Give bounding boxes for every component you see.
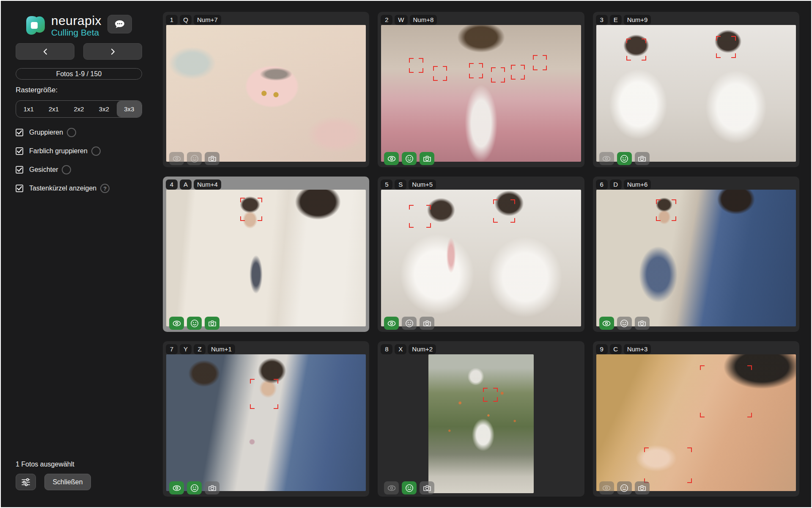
checkbox[interactable] (16, 166, 23, 174)
grid-size-button[interactable]: 3x3 (117, 101, 142, 117)
shortcut-badge: X (395, 344, 406, 354)
eye-icon (172, 155, 181, 163)
checkbox-row[interactable]: Farblich gruppieren (16, 146, 110, 156)
seen-toggle-button[interactable] (384, 317, 399, 330)
checkbox-label: Farblich gruppieren (29, 147, 88, 155)
photo-thumbnail[interactable] (596, 190, 796, 326)
face-detection-box (533, 55, 547, 70)
grid-size-button[interactable]: 2x2 (66, 101, 91, 117)
photo-thumbnail[interactable] (428, 354, 534, 493)
smiley-icon (620, 155, 628, 163)
face-detection-box (469, 63, 483, 78)
photo-card[interactable]: 2WNum+8 (378, 12, 584, 167)
photo-thumbnail[interactable] (166, 354, 366, 491)
seen-toggle-button[interactable] (599, 317, 614, 330)
shortcut-badges: 6DNum+6 (596, 179, 651, 190)
shortcut-badge: Q (180, 15, 192, 25)
close-button[interactable]: Schließen (44, 474, 91, 490)
shortcut-badge: Num+4 (194, 179, 221, 190)
photo-card[interactable]: 6DNum+6 (593, 177, 799, 332)
faces-ok-toggle-button[interactable] (617, 317, 632, 330)
checkbox-row[interactable]: Tastenkürzel anzeigen ? (16, 184, 110, 193)
camera-icon (637, 484, 647, 492)
shortcut-badge: Num+3 (624, 344, 651, 354)
photo-card[interactable]: 1QNum+7 (163, 12, 369, 167)
photo-card[interactable]: 4ANum+4 (163, 177, 369, 332)
seen-toggle-button[interactable] (384, 152, 399, 165)
help-icon[interactable] (62, 165, 71, 174)
camera-icon (422, 155, 432, 163)
faces-ok-toggle-button[interactable] (187, 152, 202, 165)
seen-toggle-button[interactable] (599, 152, 614, 165)
checkbox-row[interactable]: Gesichter (16, 165, 110, 174)
shortcut-badges: 4ANum+4 (166, 179, 221, 190)
shortcut-badge: S (395, 179, 406, 190)
technical-ok-toggle-button[interactable] (635, 481, 650, 494)
faces-ok-toggle-button[interactable] (402, 152, 417, 165)
photo-card[interactable]: 7YZNum+1 (163, 341, 369, 497)
eye-icon (387, 484, 396, 492)
brand-name: neurapix (51, 14, 102, 28)
seen-toggle-button[interactable] (599, 481, 614, 494)
rating-actions (599, 152, 650, 165)
help-icon[interactable] (91, 146, 101, 156)
camera-icon (637, 319, 647, 327)
grid-size-button[interactable]: 1x1 (16, 101, 41, 117)
help-icon[interactable] (67, 128, 76, 137)
chat-bubble-icon (114, 19, 125, 29)
technical-ok-toggle-button[interactable] (205, 481, 219, 494)
shortcut-badges: 7YZNum+1 (166, 344, 235, 354)
photo-thumbnail[interactable] (166, 25, 366, 162)
checkbox[interactable] (16, 147, 23, 155)
smiley-icon (190, 484, 199, 492)
seen-toggle-button[interactable] (169, 152, 184, 165)
faces-ok-toggle-button[interactable] (617, 152, 632, 165)
photo-card[interactable]: 9CNum+3 (593, 341, 799, 497)
grid-size-button[interactable]: 3x2 (91, 101, 116, 117)
technical-ok-toggle-button[interactable] (205, 152, 219, 165)
faces-ok-toggle-button[interactable] (402, 481, 417, 494)
photo-card[interactable]: 5SNum+5 (378, 177, 584, 332)
previous-page-button[interactable] (16, 43, 74, 60)
photo-card[interactable]: 3ENum+9 (593, 12, 799, 167)
checkbox-label: Gruppieren (29, 129, 63, 136)
settings-button[interactable] (16, 474, 36, 490)
technical-ok-toggle-button[interactable] (420, 317, 434, 330)
eye-icon (602, 484, 611, 492)
technical-ok-toggle-button[interactable] (205, 317, 219, 330)
photo-thumbnail[interactable] (381, 190, 581, 326)
checkbox-row[interactable]: Gruppieren (16, 128, 110, 137)
feedback-chat-button[interactable] (107, 15, 132, 33)
help-icon[interactable]: ? (100, 184, 110, 193)
faces-ok-toggle-button[interactable] (402, 317, 417, 330)
shortcut-badge: E (610, 15, 622, 25)
eye-icon (172, 484, 181, 492)
photo-thumbnail[interactable] (596, 25, 796, 162)
chevron-right-icon (110, 48, 116, 55)
camera-icon (208, 319, 217, 327)
photo-grid: 1QNum+7 2WNum+8 3E (163, 1, 811, 507)
photo-thumbnail[interactable] (166, 190, 366, 326)
checkbox[interactable] (16, 185, 23, 192)
faces-ok-toggle-button[interactable] (617, 481, 632, 494)
technical-ok-toggle-button[interactable] (635, 317, 650, 330)
photo-thumbnail[interactable] (381, 25, 581, 162)
technical-ok-toggle-button[interactable] (635, 152, 650, 165)
grid-size-button[interactable]: 2x1 (41, 101, 66, 117)
checkbox[interactable] (16, 129, 23, 136)
faces-ok-toggle-button[interactable] (187, 317, 202, 330)
photo-card[interactable]: 8XNum+2 (378, 341, 584, 497)
camera-icon (422, 484, 432, 492)
faces-ok-toggle-button[interactable] (187, 481, 202, 494)
shortcut-badge: C (610, 344, 622, 354)
photo-thumbnail[interactable] (596, 354, 796, 491)
seen-toggle-button[interactable] (169, 317, 184, 330)
next-page-button[interactable] (83, 43, 142, 60)
technical-ok-toggle-button[interactable] (420, 481, 434, 494)
seen-toggle-button[interactable] (384, 481, 399, 494)
face-detection-box (644, 447, 692, 483)
technical-ok-toggle-button[interactable] (420, 152, 434, 165)
seen-toggle-button[interactable] (169, 481, 184, 494)
eye-icon (387, 320, 396, 327)
smiley-icon (405, 155, 414, 163)
